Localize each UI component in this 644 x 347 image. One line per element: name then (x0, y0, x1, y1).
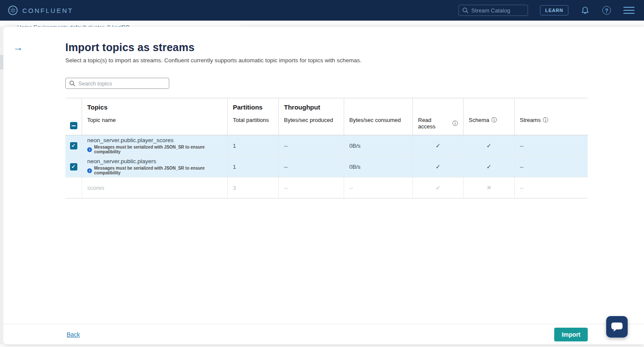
streams-cell: -- (514, 135, 588, 156)
info-icon: i (87, 147, 92, 152)
row-checkbox[interactable]: ✓ (70, 142, 77, 149)
bytes-produced-header: Bytes/sec produced (284, 117, 333, 123)
info-icon[interactable]: ⓘ (452, 121, 458, 126)
learn-button[interactable]: LEARN (540, 5, 568, 15)
back-link[interactable]: Back (67, 331, 80, 338)
bytes-produced-cell: -- (278, 177, 344, 198)
bytes-produced-cell: -- (278, 135, 344, 156)
read-access-cell: ✓ (412, 135, 463, 156)
bytes-consumed-cell: -- (344, 177, 412, 198)
collapse-panel-arrow-icon[interactable]: → (13, 42, 23, 52)
topic-cell: neon_server.public.player_scoresiMessage… (82, 135, 227, 156)
schema-header: Schema (469, 117, 489, 123)
row-checkbox[interactable]: ✓ (70, 163, 77, 170)
check-mark-icon: ✓ (436, 142, 441, 149)
chat-support-button[interactable] (606, 316, 628, 338)
throughput-group-header: Throughput (284, 103, 339, 113)
search-topics-box[interactable] (65, 78, 169, 89)
stream-catalog-input[interactable] (471, 7, 523, 14)
read-access-cell: ✓ (412, 177, 463, 198)
topic-name: neon_server.public.players (87, 158, 222, 164)
left-edge-tab (0, 55, 3, 70)
bytes-produced-cell: -- (278, 156, 344, 177)
left-edge-strip (0, 27, 3, 344)
page-subtitle: Select a topic(s) to import as streams. … (65, 57, 591, 64)
topic-name: neon_server.public.player_scores (87, 137, 222, 143)
topic-name-header: Topic name (87, 117, 116, 123)
table-header: Topics Topic name Partitions Total parti… (65, 98, 588, 135)
row-checkbox-cell (65, 177, 82, 198)
check-mark-icon: ✓ (436, 184, 441, 191)
select-all-checkbox[interactable] (70, 122, 77, 129)
info-icon: i (87, 168, 92, 173)
schema-cell: ✕ (463, 177, 514, 198)
topic-note: iMessages must be serialized with JSON_S… (87, 166, 222, 175)
streams-header: Streams (520, 117, 540, 123)
read-access-header: Read access (418, 117, 450, 130)
import-button[interactable]: Import (554, 328, 588, 341)
page-title: Import topics as streams (65, 41, 591, 54)
search-topics-input[interactable] (78, 80, 160, 87)
confluent-logo-icon (8, 5, 18, 15)
schema-cell: ✓ (463, 135, 514, 156)
search-icon (462, 7, 468, 13)
top-navigation: CONFLUENT LEARN ? (0, 0, 644, 21)
topics-group-header: Topics (87, 103, 222, 113)
topic-cell: neon_server.public.playersiMessages must… (82, 156, 227, 177)
info-icon[interactable]: ⓘ (543, 117, 548, 123)
help-icon[interactable]: ? (602, 6, 611, 15)
read-access-cell: ✓ (412, 156, 463, 177)
streams-cell: -- (514, 156, 588, 177)
partitions-group-header: Partitions (233, 103, 273, 113)
topic-name: scores (87, 185, 222, 191)
import-topics-panel: → Import topics as streams Select a topi… (3, 27, 644, 344)
cross-mark-icon: ✕ (486, 184, 491, 191)
chat-bubble-icon (611, 321, 623, 332)
table-body: ✓neon_server.public.player_scoresiMessag… (65, 135, 588, 198)
schema-cell: ✓ (463, 156, 514, 177)
bytes-consumed-cell: 0B/s (344, 156, 412, 177)
topics-table: Topics Topic name Partitions Total parti… (65, 98, 588, 198)
table-row[interactable]: ✓neon_server.public.player_scoresiMessag… (65, 135, 588, 156)
check-mark-icon: ✓ (436, 163, 441, 170)
topic-cell: scores (82, 177, 227, 198)
partitions-cell: 3 (227, 177, 278, 198)
confluent-brand[interactable]: CONFLUENT (8, 5, 73, 15)
row-checkbox-cell: ✓ (65, 156, 82, 177)
check-mark-icon: ✓ (486, 163, 491, 170)
info-icon[interactable]: ⓘ (491, 117, 497, 123)
table-row: scores3----✓✕-- (65, 177, 588, 198)
panel-footer: Back Import (3, 324, 644, 344)
stream-catalog-search[interactable] (458, 5, 528, 16)
row-checkbox-cell: ✓ (65, 135, 82, 156)
total-partitions-header: Total partitions (233, 117, 269, 123)
streams-cell: -- (514, 177, 588, 198)
search-icon (69, 80, 75, 86)
bytes-consumed-cell: 0B/s (344, 135, 412, 156)
partitions-cell: 1 (227, 135, 278, 156)
table-row[interactable]: ✓neon_server.public.playersiMessages mus… (65, 156, 588, 177)
partitions-cell: 1 (227, 156, 278, 177)
check-mark-icon: ✓ (486, 142, 491, 149)
topic-note: iMessages must be serialized with JSON_S… (87, 145, 222, 154)
brand-name: CONFLUENT (22, 7, 73, 14)
bytes-consumed-header: Bytes/sec consumed (349, 117, 401, 123)
notifications-bell-icon[interactable] (580, 6, 590, 15)
hamburger-menu-icon[interactable] (623, 7, 635, 14)
